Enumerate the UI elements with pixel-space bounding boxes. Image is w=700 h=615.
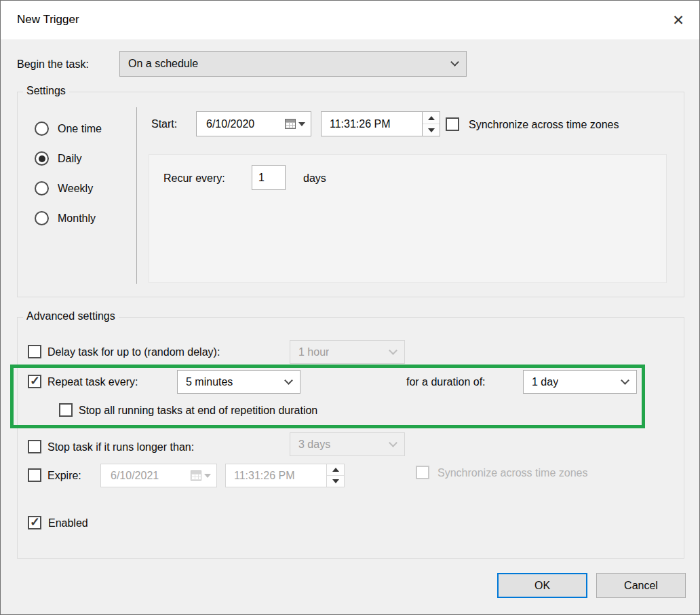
- chevron-down-icon: [284, 376, 293, 385]
- delay-task-dropdown: 1 hour: [290, 340, 405, 364]
- calendar-icon: [191, 470, 201, 481]
- start-label: Start:: [151, 117, 177, 131]
- chevron-down-icon: [621, 376, 629, 385]
- radio-daily-label[interactable]: Daily: [58, 152, 82, 166]
- start-date-picker[interactable]: 6/10/2020: [196, 111, 311, 136]
- dropdown-arrow-icon: [204, 474, 211, 478]
- expire-sync-label: Synchronize across time zones: [438, 466, 587, 480]
- spin-up-button: [327, 464, 344, 476]
- expire-checkbox[interactable]: ✓: [28, 468, 41, 482]
- recur-unit-label: days: [303, 172, 326, 185]
- radio-one-time[interactable]: [35, 122, 49, 136]
- close-icon[interactable]: ✕: [668, 10, 688, 31]
- daily-options-panel: [149, 154, 667, 283]
- expire-sync-checkbox: ✓: [416, 466, 429, 479]
- radio-dot: [39, 155, 45, 162]
- spin-down-button[interactable]: [423, 124, 440, 136]
- expire-date-picker: 6/10/2021: [100, 464, 217, 487]
- titlebar: New Trigger ✕: [1, 1, 699, 39]
- start-date-value: 6/10/2020: [206, 118, 254, 130]
- chevron-down-icon: [389, 346, 397, 355]
- repeat-interval-dropdown[interactable]: 5 minutes: [177, 370, 300, 394]
- stop-task-dropdown: 3 days: [290, 432, 405, 456]
- arrow-down-icon: [332, 479, 339, 483]
- new-trigger-dialog: New Trigger ✕ Begin the task: On a sched…: [0, 0, 700, 615]
- start-time-value: 11:31:26 PM: [330, 118, 391, 130]
- dropdown-arrow-icon: [298, 122, 305, 126]
- recur-every-label: Recur every:: [163, 172, 225, 185]
- start-time-spinner[interactable]: 11:31:26 PM: [321, 111, 440, 136]
- repeat-task-checkbox[interactable]: ✓: [28, 375, 41, 388]
- settings-divider: [136, 107, 137, 284]
- duration-dropdown[interactable]: 1 day: [523, 370, 637, 394]
- stop-task-value: 3 days: [298, 439, 330, 451]
- expire-date-value: 6/10/2021: [111, 470, 159, 482]
- calendar-icon: [285, 119, 296, 129]
- dialog-title: New Trigger: [17, 13, 79, 26]
- radio-one-time-label[interactable]: One time: [58, 122, 102, 136]
- arrow-down-icon: [428, 128, 435, 132]
- ok-button[interactable]: OK: [497, 573, 587, 598]
- radio-monthly[interactable]: [35, 211, 49, 225]
- chevron-down-icon: [450, 58, 459, 67]
- stop-task-checkbox[interactable]: ✓: [28, 440, 41, 453]
- stop-all-tasks-checkbox[interactable]: ✓: [59, 403, 73, 417]
- sync-timezones-checkbox[interactable]: ✓: [446, 117, 459, 131]
- stop-all-tasks-label[interactable]: Stop all running tasks at end of repetit…: [79, 404, 317, 417]
- cancel-button[interactable]: Cancel: [596, 573, 686, 598]
- duration-label: for a duration of:: [406, 375, 486, 389]
- arrow-up-icon: [332, 468, 339, 472]
- radio-weekly[interactable]: [35, 181, 49, 195]
- settings-group-label: Settings: [23, 85, 69, 97]
- expire-time-value: 11:31:26 PM: [234, 470, 295, 482]
- time-spin-buttons: [326, 464, 344, 487]
- begin-task-label: Begin the task:: [17, 58, 89, 71]
- duration-value: 1 day: [532, 376, 558, 388]
- advanced-settings-group-label: Advanced settings: [23, 310, 119, 322]
- check-icon: ✓: [30, 373, 40, 388]
- stop-task-label[interactable]: Stop task if it runs longer than:: [47, 441, 194, 454]
- repeat-interval-value: 5 minutes: [186, 376, 233, 388]
- radio-weekly-label[interactable]: Weekly: [58, 182, 93, 195]
- chevron-down-icon: [389, 439, 397, 447]
- expire-label[interactable]: Expire:: [47, 469, 81, 483]
- radio-daily[interactable]: [35, 151, 49, 166]
- delay-task-checkbox[interactable]: ✓: [28, 345, 41, 358]
- delay-task-label[interactable]: Delay task for up to (random delay):: [47, 346, 220, 359]
- time-spin-buttons: [422, 112, 440, 136]
- begin-task-dropdown[interactable]: On a schedule: [119, 51, 467, 77]
- arrow-up-icon: [428, 116, 435, 120]
- begin-task-value: On a schedule: [128, 58, 198, 70]
- enabled-label[interactable]: Enabled: [48, 517, 88, 530]
- expire-time-spinner: 11:31:26 PM: [225, 464, 345, 487]
- calendar-dropdown-button[interactable]: [285, 119, 305, 129]
- delay-task-value: 1 hour: [298, 346, 329, 358]
- repeat-task-label[interactable]: Repeat task every:: [47, 375, 138, 389]
- enabled-checkbox[interactable]: ✓: [28, 516, 41, 529]
- spin-down-button: [327, 476, 344, 487]
- check-icon: ✓: [30, 515, 40, 529]
- radio-monthly-label[interactable]: Monthly: [58, 212, 96, 225]
- recur-every-input[interactable]: [252, 165, 286, 190]
- sync-timezones-label[interactable]: Synchronize across time zones: [469, 118, 619, 132]
- calendar-dropdown-button: [191, 470, 211, 481]
- spin-up-button[interactable]: [423, 112, 440, 124]
